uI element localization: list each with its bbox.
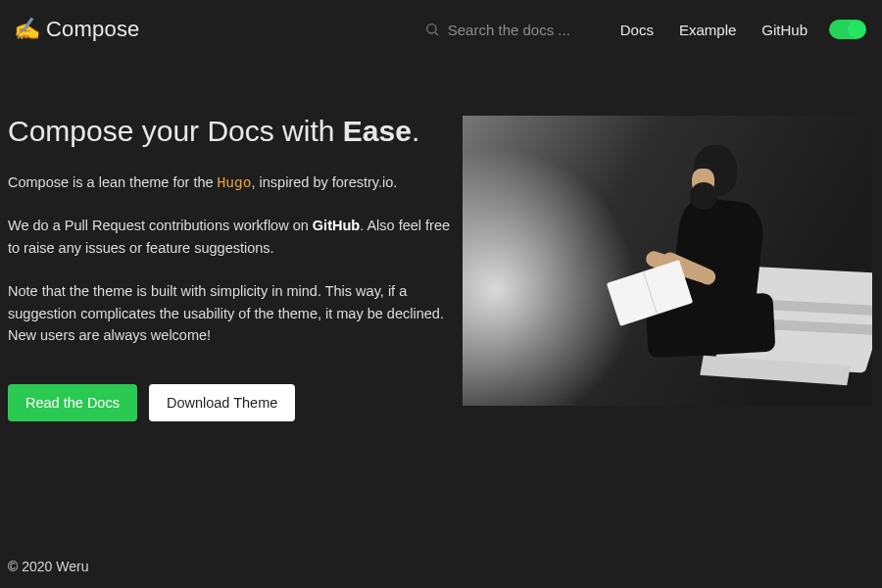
- page-title: Compose your Docs with Ease.: [8, 112, 459, 150]
- footer-copyright: © 2020 Weru: [8, 559, 88, 574]
- theme-toggle[interactable]: [829, 20, 866, 39]
- title-prefix: Compose your Docs with: [8, 115, 343, 147]
- github-strong: GitHub: [313, 218, 360, 233]
- cta-row: Read the Docs Download Theme: [8, 384, 459, 421]
- toggle-knob: [848, 21, 865, 38]
- title-emphasis: Ease: [343, 115, 412, 147]
- intro-paragraph-1: Compose is a lean theme for the Hugo, in…: [8, 172, 459, 193]
- writing-hand-icon: ✍️: [14, 17, 40, 42]
- brand-name: Compose: [46, 17, 140, 42]
- search-input[interactable]: [448, 22, 595, 38]
- svg-line-1: [435, 32, 438, 35]
- search-icon: [424, 22, 440, 37]
- intro-paragraph-2: We do a Pull Request contributions workf…: [8, 215, 459, 259]
- read-docs-button[interactable]: Read the Docs: [8, 384, 137, 421]
- hugo-link[interactable]: Hugo: [218, 174, 252, 190]
- title-suffix: .: [412, 115, 419, 147]
- nav-link-github[interactable]: GitHub: [761, 22, 808, 38]
- download-theme-button[interactable]: Download Theme: [149, 384, 295, 421]
- person-illustration: [637, 145, 774, 361]
- nav-links: Docs Example GitHub: [620, 22, 808, 38]
- nav-link-docs[interactable]: Docs: [620, 22, 654, 38]
- top-nav: ✍️ Compose Docs Example GitHub: [0, 0, 882, 59]
- hero: Compose your Docs with Ease. Compose is …: [0, 59, 882, 421]
- search[interactable]: [424, 22, 595, 38]
- brand[interactable]: ✍️ Compose: [14, 17, 140, 42]
- svg-point-0: [426, 24, 435, 33]
- hero-image: [463, 116, 872, 406]
- nav-link-example[interactable]: Example: [679, 22, 736, 38]
- intro-paragraph-3: Note that the theme is built with simpli…: [8, 280, 459, 346]
